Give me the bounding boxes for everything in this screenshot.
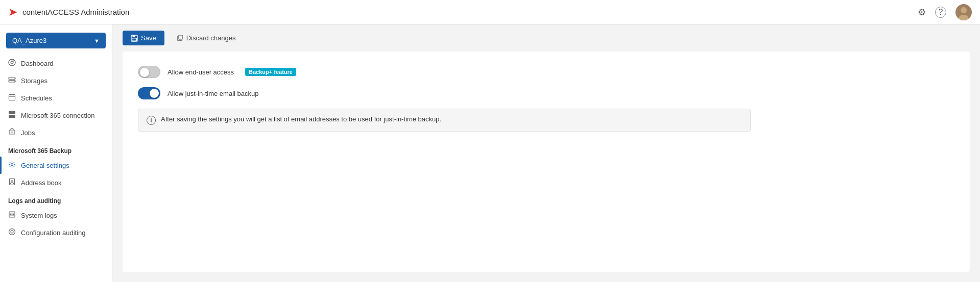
toolbar: Save Discard changes [112, 24, 980, 52]
jit-backup-row: Allow just-in-time email backup [138, 87, 954, 99]
svg-rect-33 [179, 35, 182, 39]
end-user-access-row: Allow end-user access Backup+ feature [138, 66, 954, 78]
sidebar-label-jobs: Jobs [21, 129, 35, 137]
end-user-access-toggle[interactable] [138, 66, 160, 78]
sidebar-item-config-auditing[interactable]: Configuration auditing [0, 224, 112, 241]
tenant-selector[interactable]: QA_Azure3 ▼ [6, 33, 106, 48]
schedules-icon [8, 93, 16, 102]
sidebar-item-dashboard[interactable]: Dashboard [0, 55, 112, 72]
tenant-label: QA_Azure3 [12, 37, 46, 44]
settings-panel: Allow end-user access Backup+ feature Al… [123, 52, 970, 272]
system-logs-icon [8, 211, 16, 220]
info-box: i After saving the settings you will get… [138, 109, 751, 132]
svg-rect-18 [12, 115, 15, 118]
header: ➤ contentACCESS Administration ⚙ ? [0, 0, 980, 24]
sidebar-item-jobs[interactable]: Jobs [0, 124, 112, 141]
logo-icon: ➤ [8, 6, 17, 19]
svg-rect-31 [133, 35, 135, 37]
sidebar-label-schedules: Schedules [21, 94, 52, 102]
sidebar-item-schedules[interactable]: Schedules [0, 89, 112, 107]
svg-point-1 [961, 7, 967, 13]
svg-point-23 [11, 180, 13, 182]
config-auditing-icon [8, 228, 16, 237]
svg-rect-17 [9, 115, 12, 118]
end-user-access-label: Allow end-user access [168, 68, 234, 76]
m365-icon [8, 111, 16, 120]
svg-rect-15 [9, 111, 12, 114]
section-logs: Logs and auditing [0, 191, 112, 207]
tenant-chevron: ▼ [94, 38, 100, 44]
backup-plus-badge: Backup+ feature [245, 68, 296, 76]
address-book-icon [8, 178, 16, 187]
save-label: Save [141, 34, 156, 42]
sidebar-item-system-logs[interactable]: System logs [0, 207, 112, 224]
header-right: ⚙ ? [918, 4, 972, 20]
svg-rect-32 [132, 38, 137, 41]
header-left: ➤ contentACCESS Administration [8, 6, 129, 19]
sidebar-label-general-settings: General settings [21, 162, 69, 169]
svg-rect-16 [12, 111, 15, 114]
jit-backup-label: Allow just-in-time email backup [168, 90, 258, 97]
avatar[interactable] [955, 4, 972, 20]
sidebar-label-dashboard: Dashboard [21, 60, 54, 67]
save-button[interactable]: Save [123, 31, 164, 45]
settings-icon[interactable]: ⚙ [918, 7, 926, 18]
info-icon: i [147, 116, 156, 125]
svg-point-9 [14, 78, 15, 79]
svg-point-21 [11, 164, 13, 166]
help-icon[interactable]: ? [935, 7, 946, 18]
save-icon [131, 35, 138, 42]
jit-backup-toggle[interactable] [138, 87, 160, 99]
sidebar-label-m365: Microsoft 365 connection [21, 112, 95, 119]
svg-point-4 [11, 61, 13, 64]
svg-point-28 [11, 230, 13, 233]
general-settings-icon [8, 161, 16, 170]
app-title: contentACCESS Administration [22, 8, 129, 16]
storages-icon [8, 76, 16, 85]
discard-button[interactable]: Discard changes [171, 31, 242, 45]
sidebar-item-storages[interactable]: Storages [0, 72, 112, 89]
sidebar-item-general-settings[interactable]: General settings [0, 157, 112, 174]
sidebar-label-address-book: Address book [21, 179, 62, 187]
sidebar-label-storages: Storages [21, 77, 47, 85]
discard-label: Discard changes [186, 34, 236, 42]
svg-rect-11 [9, 95, 15, 100]
svg-point-10 [14, 81, 15, 82]
content-area: Save Discard changes Allow end-user acc [112, 24, 980, 282]
sidebar-label-system-logs: System logs [21, 212, 57, 219]
discard-icon [177, 35, 183, 41]
svg-line-6 [13, 61, 14, 62]
main-layout: QA_Azure3 ▼ Dashboard [0, 24, 980, 282]
svg-point-26 [12, 214, 13, 215]
section-m365-backup: Microsoft 365 Backup [0, 141, 112, 157]
info-message: After saving the settings you will get a… [161, 115, 441, 123]
sidebar-label-config-auditing: Configuration auditing [21, 229, 85, 237]
sidebar-item-address-book[interactable]: Address book [0, 174, 112, 191]
sidebar-item-m365[interactable]: Microsoft 365 connection [0, 107, 112, 124]
jobs-icon [8, 128, 16, 137]
sidebar: QA_Azure3 ▼ Dashboard [0, 24, 112, 282]
dashboard-icon [8, 59, 16, 68]
